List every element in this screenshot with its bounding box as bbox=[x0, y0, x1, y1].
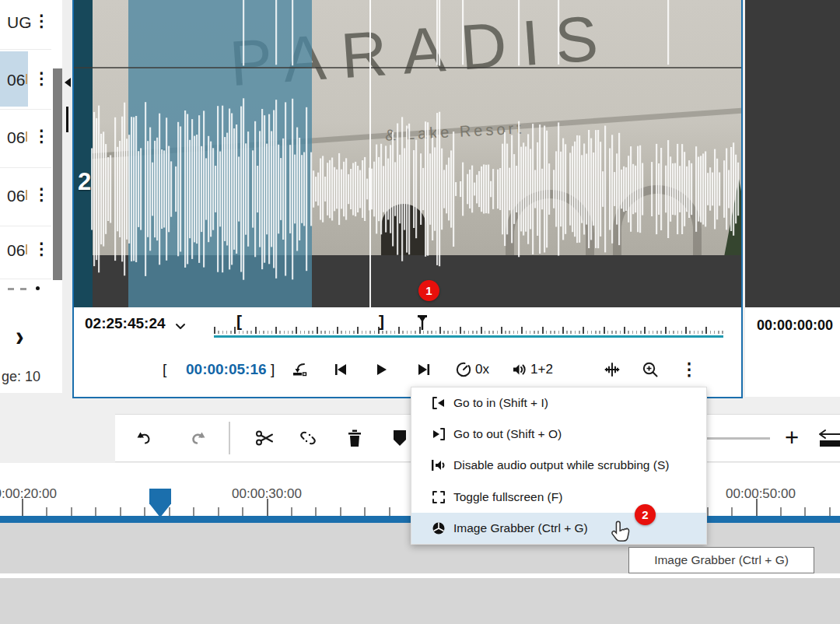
scrubber-tick bbox=[640, 331, 642, 334]
undo-button[interactable] bbox=[131, 415, 159, 461]
scrubber-tick bbox=[481, 327, 482, 334]
scrubber-tick bbox=[279, 331, 281, 334]
scrubber-tick bbox=[599, 331, 600, 334]
list-item[interactable]: 06 ⋮ bbox=[0, 109, 51, 168]
sidebar-scrollbar[interactable] bbox=[53, 68, 62, 280]
scrubber-tick bbox=[329, 331, 331, 334]
scrubber-tick bbox=[333, 331, 334, 334]
go-to-next-button[interactable] bbox=[417, 346, 431, 393]
kebab-menu-icon[interactable]: ⋮ bbox=[33, 70, 50, 86]
scrubber-tick bbox=[243, 331, 244, 334]
scrubber-track-line[interactable] bbox=[214, 335, 723, 338]
scrubber-tick bbox=[705, 327, 707, 334]
play-button[interactable] bbox=[376, 346, 388, 393]
toolbar-divider bbox=[229, 422, 230, 454]
ripple-move-button[interactable] bbox=[815, 415, 840, 461]
marker-flag-button[interactable] bbox=[386, 415, 414, 461]
menu-item-label: Go to in (Shift + I) bbox=[453, 396, 548, 410]
scrubber-tick bbox=[222, 331, 224, 334]
list-item[interactable]: 06 ⋮ bbox=[0, 49, 51, 110]
recorder-timecode[interactable]: 00:00:00:00 bbox=[757, 317, 833, 334]
scrubber-out-marker[interactable]: ] bbox=[379, 312, 384, 331]
menu-item-label: Toggle fullscreen (F) bbox=[453, 490, 562, 504]
timeline-tick bbox=[193, 507, 194, 516]
video-editor-app: UG ⋮ 06 ⋮ 06 ⋮ 06 ⋮ 06 ⋮ bbox=[0, 0, 840, 624]
out-point-bracket[interactable]: ] bbox=[271, 346, 275, 393]
menu-item-label: Disable audio output while scrubbing (S) bbox=[453, 458, 669, 472]
menu-item-image-grabber[interactable]: Image Grabber (Ctrl + G) bbox=[411, 513, 706, 544]
next-page-button[interactable]: › bbox=[16, 320, 24, 353]
menu-item-toggle-fullscreen[interactable]: Toggle fullscreen (F) bbox=[411, 482, 706, 513]
scrubber-playhead-marker[interactable] bbox=[417, 314, 428, 331]
audio-channels-button[interactable]: 1+2 bbox=[512, 346, 553, 393]
playback-speed-button[interactable]: 0x bbox=[455, 346, 489, 393]
kebab-menu-icon[interactable]: ⋮ bbox=[33, 240, 50, 257]
timeline-tick bbox=[340, 507, 341, 516]
timeline-ruler-label: 00:00:20:00 bbox=[0, 486, 57, 502]
scrubber-tick bbox=[324, 331, 326, 334]
scrubber-tick bbox=[562, 327, 564, 334]
scrubber-tick bbox=[542, 327, 544, 334]
timeline-tick bbox=[71, 507, 72, 516]
list-item-label: 06 bbox=[7, 241, 25, 260]
scrubber-tick bbox=[268, 331, 269, 334]
scrubber-tick bbox=[366, 331, 367, 334]
scrubber-tick bbox=[694, 331, 695, 334]
menu-item-go-to-out[interactable]: Go to out (Shift + O) bbox=[411, 419, 706, 450]
panel-resize-handle[interactable] bbox=[66, 107, 68, 132]
list-item[interactable]: UG ⋮ bbox=[0, 0, 51, 50]
scrubber-tick bbox=[218, 331, 219, 334]
insert-to-timeline-button[interactable] bbox=[292, 346, 307, 393]
thumbnail-sliver bbox=[26, 190, 27, 200]
current-timecode[interactable]: 02:25:45:24 bbox=[85, 315, 166, 332]
scrubber-tick bbox=[284, 331, 285, 334]
scrubber-tick bbox=[530, 331, 531, 334]
recorder-monitor[interactable]: 00:00:00:00 bbox=[745, 0, 840, 397]
unlink-button[interactable] bbox=[294, 415, 322, 461]
scrubber-tick bbox=[357, 327, 359, 334]
thumbnail-sliver bbox=[26, 131, 27, 142]
scrubber-tick bbox=[526, 331, 527, 334]
go-to-in-icon bbox=[424, 396, 453, 410]
zoom-in-icon[interactable] bbox=[642, 346, 659, 393]
scrubber-tick bbox=[624, 327, 625, 334]
scrubber-tick bbox=[653, 331, 654, 334]
scrubber-tick bbox=[263, 331, 264, 334]
more-options-kebab-button[interactable]: ⋮ bbox=[681, 346, 698, 393]
timeline-ruler-label: 00:00:50:00 bbox=[726, 486, 796, 502]
tooltip: Image Grabber (Ctrl + G) bbox=[628, 547, 814, 573]
in-point-bracket[interactable]: [ bbox=[163, 346, 166, 393]
scrubber-ruler[interactable] bbox=[214, 315, 726, 334]
scrubber-tick bbox=[587, 331, 589, 334]
clipped-list-item bbox=[0, 279, 51, 297]
cut-button[interactable] bbox=[250, 415, 278, 461]
kebab-menu-icon[interactable]: ⋮ bbox=[33, 128, 50, 144]
video-preview[interactable]: PARADIS & Lake Resort 2 1 bbox=[74, 0, 741, 307]
duration-timecode[interactable]: 00:00:05:16 bbox=[186, 346, 267, 393]
timeline-zoom-in-button[interactable]: + bbox=[778, 415, 806, 461]
timeline-tick bbox=[364, 507, 366, 516]
scrubber-tick bbox=[485, 331, 486, 334]
menu-item-disable-audio-scrub[interactable]: Disable audio output while scrubbing (S) bbox=[411, 450, 706, 481]
scrubber-tick bbox=[644, 327, 646, 334]
waveform-snap-icon[interactable] bbox=[604, 346, 620, 393]
collapse-panel-arrow-icon[interactable] bbox=[65, 78, 71, 87]
timeline-track-audio[interactable] bbox=[0, 578, 840, 624]
kebab-menu-icon[interactable]: ⋮ bbox=[33, 12, 50, 29]
scrubber-in-marker[interactable]: [ bbox=[236, 312, 242, 331]
redo-button[interactable] bbox=[184, 415, 212, 461]
scrubber-tick bbox=[402, 331, 404, 334]
scrubber-tick bbox=[501, 327, 502, 334]
player-monitor[interactable]: PARADIS & Lake Resort 2 1 02:25:45:24 [ … bbox=[72, 0, 743, 398]
clipped-text-fragment bbox=[8, 288, 14, 290]
kebab-menu-icon[interactable]: ⋮ bbox=[33, 186, 50, 202]
chevron-down-icon[interactable] bbox=[175, 323, 186, 330]
delete-button[interactable] bbox=[341, 415, 369, 461]
list-item[interactable]: 06 ⋮ bbox=[0, 226, 51, 279]
list-item[interactable]: 06 ⋮ bbox=[0, 167, 51, 226]
go-to-previous-button[interactable] bbox=[334, 346, 348, 393]
scrubber-tick bbox=[341, 331, 342, 334]
thumbnail-sliver bbox=[26, 74, 27, 84]
scrubber-tick bbox=[509, 331, 510, 334]
menu-item-go-to-in[interactable]: Go to in (Shift + I) bbox=[411, 387, 706, 419]
